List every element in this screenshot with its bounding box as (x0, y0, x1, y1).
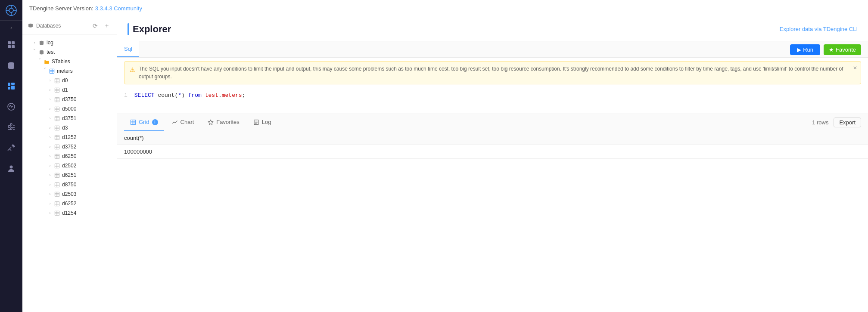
sidebar-item-tools[interactable] (0, 138, 22, 158)
chevron-icon: › (47, 192, 53, 196)
tab-grid[interactable]: Grid i (124, 114, 164, 131)
svg-rect-41 (55, 107, 59, 111)
sidebar-item-database[interactable] (0, 55, 22, 76)
sidebar-item-users[interactable] (0, 158, 22, 179)
chevron-icon: › (47, 211, 53, 215)
sidebar-item-explorer[interactable] (0, 76, 22, 96)
tree-item-log[interactable]: › log (22, 38, 117, 47)
tree-item-d3751[interactable]: › d3751 (22, 114, 117, 123)
svg-rect-91 (55, 201, 59, 206)
explorer-cli-link[interactable]: Explorer data via TDengine CLI (780, 26, 858, 32)
tree-item-label: d1 (62, 87, 113, 93)
tree-item-d0[interactable]: › d0 (22, 76, 117, 85)
sidebar-item-monitor[interactable] (0, 96, 22, 117)
table-icon (48, 68, 55, 74)
tree-item-d1254[interactable]: › d1254 (22, 208, 117, 218)
func-count: count (158, 92, 174, 99)
sql-code-area[interactable]: 1 SELECT count(*) from test.meters; (117, 88, 868, 114)
table-row-icon (53, 134, 60, 141)
favorite-button[interactable]: ★ Favorite (824, 44, 861, 55)
right-panel: Explorer Explorer data via TDengine CLI … (117, 17, 868, 312)
svg-point-17 (10, 166, 13, 169)
topbar: TDengine Server Version: 3.3.4.3 Communi… (22, 0, 868, 17)
cell-count: 100000000 (117, 145, 868, 159)
svg-rect-9 (12, 45, 15, 48)
svg-point-1 (9, 8, 13, 12)
chevron-icon: › (37, 58, 42, 65)
line-numbers: 1 (124, 91, 128, 99)
tree-item-d3750[interactable]: › d3750 (22, 95, 117, 104)
table-row: 100000000 (117, 145, 868, 159)
tree-item-d1252[interactable]: › d1252 (22, 133, 117, 142)
tree-item-d1[interactable]: › d1 (22, 85, 117, 95)
tree-item-d3752[interactable]: › d3752 (22, 142, 117, 151)
table-row-icon (53, 86, 60, 93)
tree-item-test-label: test (47, 49, 113, 55)
db-icon (38, 49, 45, 56)
tree-item-test[interactable]: › test (22, 47, 117, 57)
results-tabs: Grid i Chart Favorites (124, 114, 277, 131)
export-button[interactable]: Export (834, 117, 861, 127)
tree-item-d6252[interactable]: › d6252 (22, 199, 117, 208)
chevron-icon: › (47, 154, 53, 158)
svg-rect-26 (55, 78, 59, 83)
sidebar-expand-icon[interactable]: › (0, 21, 22, 34)
sql-tab-label: Sql (124, 46, 132, 52)
tree-item-d8750[interactable]: › d8750 (22, 180, 117, 189)
sql-tab[interactable]: Sql (117, 41, 139, 57)
svg-rect-6 (8, 41, 11, 44)
chevron-icon: › (47, 126, 53, 130)
table-row-icon (53, 153, 60, 160)
tree-item-d3[interactable]: › d3 (22, 123, 117, 133)
tab-chart[interactable]: Chart (166, 114, 200, 131)
tree-item-stables[interactable]: › STables (22, 57, 117, 66)
run-button-label: Run (803, 46, 813, 53)
tree-item-label: d3 (62, 125, 113, 131)
sidebar-item-flows[interactable] (0, 117, 22, 138)
db-icon (38, 39, 45, 46)
svg-rect-13 (8, 87, 10, 90)
tree-item-label: d2502 (62, 163, 113, 169)
table-row-icon (53, 124, 60, 131)
tree-children: › d0 › d1 › d3750 › d5000 › (22, 76, 117, 218)
svg-point-16 (13, 145, 14, 146)
tree-item-log-label: log (47, 40, 113, 46)
tab-favorites[interactable]: Favorites (202, 114, 245, 131)
warning-icon: ⚠ (130, 65, 135, 74)
svg-rect-81 (55, 182, 59, 187)
svg-rect-61 (55, 145, 59, 149)
add-database-button[interactable]: ＋ (102, 21, 112, 31)
tree-item-d6250[interactable]: › d6250 (22, 151, 117, 161)
star-icon: ★ (829, 46, 834, 53)
tree-item-meters[interactable]: › meters (22, 66, 117, 76)
tree-item-label: d3752 (62, 144, 113, 150)
refresh-button[interactable]: ⟳ (91, 22, 100, 30)
main-content: TDengine Server Version: 3.3.4.3 Communi… (22, 0, 868, 312)
left-panel: Databases ⟳ ＋ › log › (22, 17, 117, 312)
tab-log[interactable]: Log (247, 114, 277, 131)
svg-rect-96 (55, 211, 59, 215)
sql-code-line: SELECT count(*) from test.meters; (134, 91, 246, 100)
chevron-icon: › (47, 182, 53, 187)
tree-item-label: d2503 (62, 191, 113, 197)
chevron-icon: › (47, 116, 53, 120)
warning-close-button[interactable]: ✕ (853, 65, 857, 71)
tree-item-d6251[interactable]: › d6251 (22, 170, 117, 180)
tree-item-d2502[interactable]: › d2502 (22, 161, 117, 170)
svg-rect-11 (8, 83, 10, 86)
sidebar-logo[interactable] (0, 0, 22, 21)
grid-info-badge[interactable]: i (152, 119, 158, 125)
left-panel-header: Databases ⟳ ＋ (22, 17, 117, 34)
sql-editor-area: Sql ▶ Run ★ Favorite (117, 41, 868, 114)
svg-marker-106 (208, 120, 213, 124)
tree-item-d2503[interactable]: › d2503 (22, 189, 117, 199)
tab-favorites-label: Favorites (216, 119, 239, 125)
table-reference: meters (222, 92, 242, 99)
tree-item-label: d0 (62, 77, 113, 83)
tree-item-label: d6250 (62, 153, 113, 159)
svg-rect-46 (55, 116, 59, 120)
tree-item-d5000[interactable]: › d5000 (22, 104, 117, 114)
table-row-icon (53, 77, 60, 84)
run-button[interactable]: ▶ Run (790, 44, 820, 55)
sidebar-item-dashboard[interactable] (0, 34, 22, 55)
